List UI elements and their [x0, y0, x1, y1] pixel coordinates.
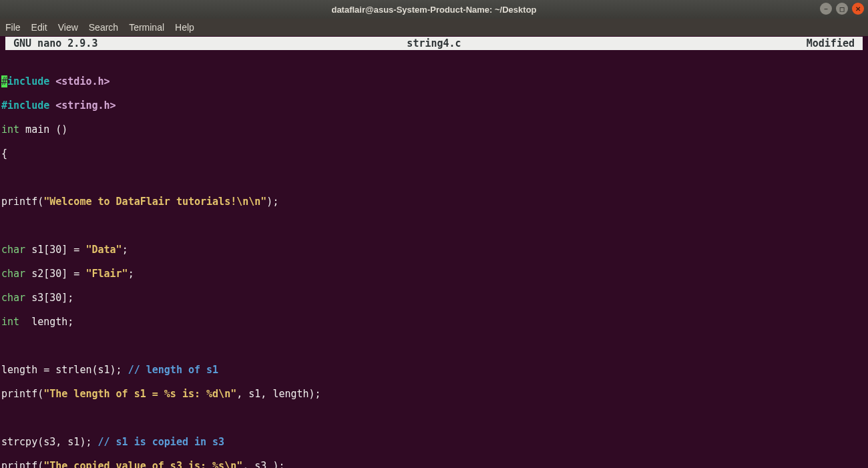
nano-status-bar: GNU nano 2.9.3 string4.c Modified [5, 37, 863, 50]
code-line: char s2[30] = "Flair"; [1, 268, 867, 280]
window-controls: – ◻ ✕ [820, 3, 864, 15]
code-line: int main () [1, 124, 867, 136]
window-titlebar: dataflair@asus-System-Product-Name: ~/De… [0, 0, 868, 19]
menu-help[interactable]: Help [175, 22, 194, 33]
code-line: printf("The length of s1 = %s is: %d\n",… [1, 388, 867, 400]
code-line [1, 220, 867, 232]
editor-area[interactable]: #include <stdio.h> #include <string.h> i… [0, 50, 868, 468]
code-line [1, 412, 867, 424]
nano-filename: string4.c [8, 37, 860, 49]
menu-bar: File Edit View Search Terminal Help [0, 19, 868, 36]
nano-version: GNU nano 2.9.3 [13, 37, 97, 49]
cursor: # [1, 75, 7, 87]
code-line [1, 172, 867, 184]
window-title: dataflair@asus-System-Product-Name: ~/De… [331, 5, 536, 15]
code-line: #include <string.h> [1, 99, 867, 111]
code-line: printf("The copied value of s3 is: %s\n"… [1, 460, 867, 468]
code-line: { [1, 148, 867, 160]
code-line: int length; [1, 316, 867, 328]
code-line: char s3[30]; [1, 292, 867, 304]
nano-modified: Modified [807, 37, 855, 49]
code-line: strcpy(s3, s1); // s1 is copied in s3 [1, 436, 867, 448]
close-button[interactable]: ✕ [852, 3, 864, 15]
code-line: length = strlen(s1); // length of s1 [1, 364, 867, 376]
code-line: #include <stdio.h> [1, 63, 867, 87]
minimize-button[interactable]: – [820, 3, 832, 15]
code-line [1, 340, 867, 352]
menu-view[interactable]: View [58, 22, 78, 33]
menu-terminal[interactable]: Terminal [129, 22, 164, 33]
maximize-button[interactable]: ◻ [836, 3, 848, 15]
menu-edit[interactable]: Edit [31, 22, 47, 33]
code-line: char s1[30] = "Data"; [1, 244, 867, 256]
menu-search[interactable]: Search [89, 22, 118, 33]
menu-file[interactable]: File [5, 22, 21, 33]
code-line: printf("Welcome to DataFlair tutorials!\… [1, 196, 867, 208]
